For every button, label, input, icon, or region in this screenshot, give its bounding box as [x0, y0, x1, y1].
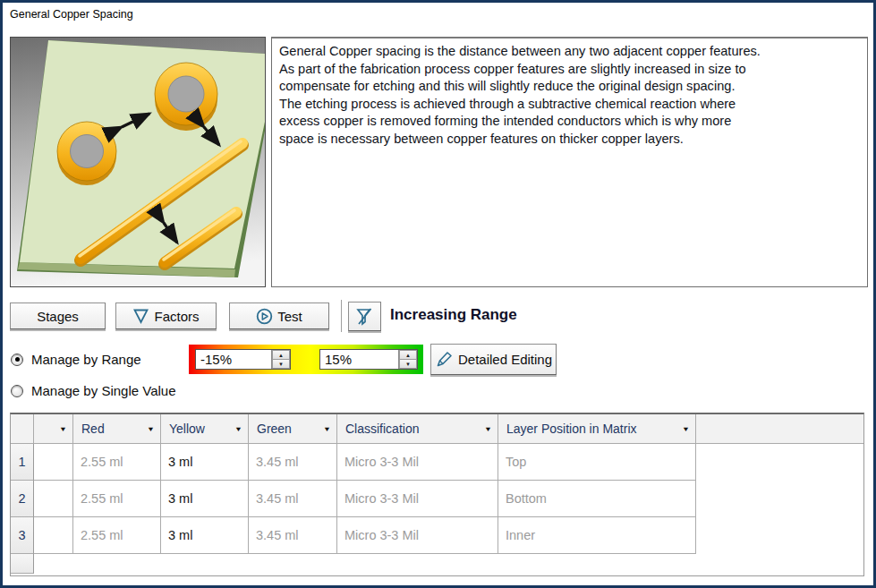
column-header-label: Layer Position in Matrix	[506, 422, 637, 436]
high-range-input[interactable]	[320, 350, 398, 369]
row-header[interactable]: 3	[11, 517, 34, 554]
clear-filter-icon	[354, 306, 375, 327]
table-row: 2 2.55 ml 3 ml 3.45 ml Micro 3-3 Mil Bot…	[11, 481, 863, 517]
column-header-label: Classification	[345, 422, 419, 436]
stages-button-label: Stages	[37, 309, 79, 324]
new-row-header[interactable]	[11, 554, 34, 574]
high-range-spinner[interactable]: ▲ ▼	[319, 349, 418, 370]
table-row: 3 2.55 ml 3 ml 3.45 ml Micro 3-3 Mil Inn…	[11, 517, 863, 554]
table-header-row: ▼ Red ▼ Yellow ▼ Green ▼ Classification …	[11, 414, 863, 444]
funnel-outline-icon	[132, 309, 149, 324]
detailed-editing-label: Detailed Editing	[458, 352, 552, 367]
play-circle-icon	[256, 308, 273, 325]
corner-header-cell[interactable]	[11, 414, 34, 444]
spacing-rules-table: ▼ Red ▼ Yellow ▼ Green ▼ Classification …	[10, 413, 864, 576]
column-header-label: Red	[81, 422, 105, 436]
red-cell[interactable]: 2.55 ml	[73, 481, 161, 517]
spin-down-icon[interactable]: ▼	[272, 360, 290, 369]
pcb-illustration-svg	[11, 38, 265, 286]
manage-by-range-label: Manage by Range	[31, 352, 141, 367]
red-cell[interactable]: 2.55 ml	[73, 517, 161, 554]
spin-up-icon[interactable]: ▲	[399, 350, 417, 360]
detailed-editing-button[interactable]: Detailed Editing	[430, 344, 557, 375]
factors-button-label: Factors	[154, 309, 199, 324]
chevron-down-icon[interactable]: ▼	[682, 425, 690, 433]
row-header[interactable]: 1	[11, 444, 34, 481]
row-header[interactable]: 2	[11, 481, 34, 517]
manage-by-single-value-radio[interactable]: Manage by Single Value	[11, 383, 176, 398]
range-mode-title: Increasing Range	[390, 306, 517, 324]
green-cell[interactable]: 3.45 ml	[249, 517, 337, 554]
column-header-yellow[interactable]: Yellow ▼	[161, 414, 249, 444]
chevron-down-icon[interactable]: ▼	[484, 425, 492, 433]
column-header-green[interactable]: Green ▼	[249, 414, 337, 444]
new-row-stub	[11, 554, 863, 574]
row-filler	[696, 481, 863, 517]
clear-filter-button[interactable]	[348, 302, 381, 331]
layer-position-cell[interactable]: Top	[498, 444, 696, 481]
general-copper-spacing-dialog: General Copper Spacing	[0, 0, 876, 588]
factors-button[interactable]: Factors	[115, 303, 217, 329]
column-header-classification[interactable]: Classification ▼	[337, 414, 498, 444]
page-title: General Copper Spacing	[10, 8, 133, 21]
range-gradient-control: ▲ ▼ ▲ ▼	[189, 345, 423, 374]
stages-button[interactable]: Stages	[10, 303, 106, 329]
test-button-label: Test	[277, 309, 302, 324]
chevron-down-icon[interactable]: ▼	[59, 425, 67, 433]
classification-cell[interactable]: Micro 3-3 Mil	[337, 444, 498, 481]
green-cell[interactable]: 3.45 ml	[249, 444, 337, 481]
chevron-down-icon[interactable]: ▼	[323, 425, 331, 433]
column-header-label: Green	[257, 422, 292, 436]
radio-selected-icon[interactable]	[11, 354, 23, 366]
selector-cell[interactable]	[34, 481, 73, 517]
spin-down-icon[interactable]: ▼	[399, 360, 417, 369]
red-cell[interactable]: 2.55 ml	[73, 444, 161, 481]
yellow-cell[interactable]: 3 ml	[161, 444, 249, 481]
column-header-selector[interactable]: ▼	[34, 414, 73, 444]
chevron-down-icon[interactable]: ▼	[147, 425, 155, 433]
layer-position-cell[interactable]: Bottom	[498, 481, 696, 517]
row-filler	[696, 517, 863, 554]
description-panel: General Copper spacing is the distance b…	[271, 37, 868, 287]
row-filler	[696, 444, 863, 481]
spin-up-icon[interactable]: ▲	[272, 350, 290, 360]
manage-by-single-value-label: Manage by Single Value	[31, 383, 176, 398]
pcb-spacing-illustration	[10, 37, 266, 287]
pencil-icon	[435, 350, 454, 369]
classification-cell[interactable]: Micro 3-3 Mil	[337, 517, 498, 554]
manage-by-range-radio[interactable]: Manage by Range	[11, 352, 141, 367]
column-header-layer-position[interactable]: Layer Position in Matrix ▼	[498, 414, 696, 444]
classification-cell[interactable]: Micro 3-3 Mil	[337, 481, 498, 517]
table-row: 1 2.55 ml 3 ml 3.45 ml Micro 3-3 Mil Top	[11, 444, 863, 481]
low-range-spin-buttons: ▲ ▼	[271, 350, 290, 369]
column-header-red[interactable]: Red ▼	[73, 414, 161, 444]
test-button[interactable]: Test	[229, 303, 329, 329]
layer-position-cell[interactable]: Inner	[498, 517, 696, 554]
column-header-label: Yellow	[169, 422, 205, 436]
description-text: General Copper spacing is the distance b…	[279, 43, 860, 149]
low-range-input[interactable]	[196, 350, 271, 369]
selector-cell[interactable]	[34, 444, 73, 481]
chevron-down-icon[interactable]: ▼	[234, 425, 242, 433]
selector-cell[interactable]	[34, 517, 73, 554]
yellow-cell[interactable]: 3 ml	[161, 481, 249, 517]
radio-unselected-icon[interactable]	[11, 385, 23, 397]
yellow-cell[interactable]: 3 ml	[161, 517, 249, 554]
low-range-spinner[interactable]: ▲ ▼	[195, 349, 291, 370]
header-filler	[696, 414, 863, 444]
toolbar-separator	[341, 300, 342, 332]
green-cell[interactable]: 3.45 ml	[249, 481, 337, 517]
high-range-spin-buttons: ▲ ▼	[398, 350, 417, 369]
